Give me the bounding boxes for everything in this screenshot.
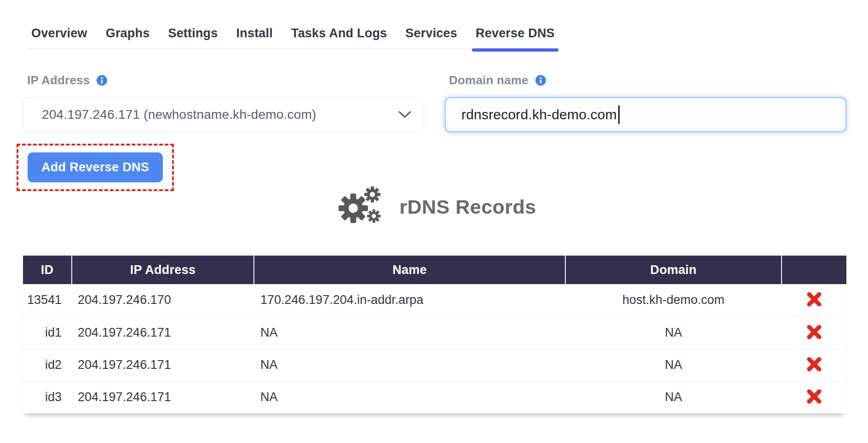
chevron-down-icon (398, 111, 412, 119)
tab-services[interactable]: Services (405, 26, 457, 41)
rdns-records-table: IDIP AddressNameDomain 13541 204.197.246… (23, 256, 846, 414)
table-row: id2 204.197.246.171 NA NA (23, 349, 846, 381)
cell-id: id3 (23, 381, 72, 413)
tab-settings[interactable]: Settings (168, 26, 218, 41)
red-x-icon (806, 292, 822, 307)
ip-address-selected-value: 204.197.246.171 (newhostname.kh-demo.com… (42, 107, 398, 122)
column-header-actions (782, 256, 846, 284)
ip-address-field: IP Address 204.197.246.171 (newhostname.… (23, 73, 424, 132)
domain-name-label: Domain name (449, 73, 529, 87)
add-button-row: Add Reverse DNS (23, 144, 846, 191)
delete-record-button[interactable] (804, 290, 825, 309)
delete-record-button[interactable] (804, 323, 825, 341)
cell-actions (782, 349, 846, 381)
red-x-icon (806, 357, 822, 372)
table-header-row: IDIP AddressNameDomain (23, 256, 846, 284)
table-body: 13541 204.197.246.170 170.246.197.204.in… (23, 284, 846, 413)
rdns-records-heading: rDNS Records (23, 185, 846, 229)
cell-domain: NA (565, 316, 782, 349)
domain-name-input-value: rdnsrecord.kh-demo.com (461, 107, 617, 122)
table-row: id3 204.197.246.171 NA NA (23, 381, 846, 413)
add-reverse-dns-button[interactable]: Add Reverse DNS (28, 152, 163, 182)
ip-address-select[interactable]: 204.197.246.171 (newhostname.kh-demo.com… (23, 97, 424, 132)
ip-address-label: IP Address (27, 73, 90, 87)
cell-id: id1 (23, 316, 72, 349)
cell-actions (782, 316, 846, 349)
red-dashed-annotation: Add Reverse DNS (17, 144, 174, 191)
tab-reverse-dns[interactable]: Reverse DNS (476, 26, 555, 41)
table-row: 13541 204.197.246.170 170.246.197.204.in… (23, 284, 846, 316)
gears-icon (333, 185, 389, 229)
cell-id: id2 (23, 349, 72, 381)
column-header-name: Name (254, 256, 565, 284)
cell-name: NA (254, 316, 565, 349)
ip-address-label-row: IP Address (27, 73, 424, 87)
text-cursor (618, 105, 620, 124)
delete-record-button[interactable] (804, 387, 825, 406)
table-row: id1 204.197.246.171 NA NA (23, 316, 846, 349)
info-icon[interactable] (96, 75, 108, 86)
cell-actions (782, 284, 846, 316)
cell-domain: host.kh-demo.com (565, 284, 782, 316)
cell-ip-address: 204.197.246.171 (72, 381, 254, 413)
cell-id: 13541 (23, 284, 72, 316)
cell-ip-address: 204.197.246.171 (72, 349, 254, 381)
tab-tasks-and-logs[interactable]: Tasks And Logs (291, 26, 387, 41)
domain-name-input[interactable]: rdnsrecord.kh-demo.com (445, 97, 846, 132)
domain-name-label-row: Domain name (449, 73, 846, 87)
tab-graphs[interactable]: Graphs (106, 26, 150, 41)
info-icon[interactable] (535, 75, 546, 86)
column-header-ip-address: IP Address (72, 256, 254, 284)
rdns-form: IP Address 204.197.246.171 (newhostname.… (23, 73, 846, 132)
domain-name-field: Domain name rdnsrecord.kh-demo.com (445, 73, 846, 132)
cell-name: NA (254, 349, 565, 381)
cell-domain: NA (565, 349, 782, 381)
cell-ip-address: 204.197.246.170 (72, 284, 254, 316)
red-x-icon (806, 325, 822, 339)
cell-ip-address: 204.197.246.171 (72, 316, 254, 349)
delete-record-button[interactable] (804, 355, 825, 373)
rdns-records-title: rDNS Records (399, 196, 536, 218)
cell-name: NA (254, 381, 565, 413)
tab-bar: OverviewGraphsSettingsInstallTasks And L… (27, 26, 559, 49)
cell-name: 170.246.197.204.in-addr.arpa (254, 284, 565, 316)
tab-install[interactable]: Install (236, 26, 273, 41)
column-header-id: ID (23, 256, 72, 284)
cell-actions (782, 381, 846, 413)
red-x-icon (806, 389, 822, 404)
reverse-dns-page: OverviewGraphsSettingsInstallTasks And L… (0, 26, 868, 443)
tab-overview[interactable]: Overview (31, 26, 87, 41)
tab-bar-row: OverviewGraphsSettingsInstallTasks And L… (23, 26, 846, 49)
rdns-records-table-wrap: IDIP AddressNameDomain 13541 204.197.246… (23, 256, 846, 414)
column-header-domain: Domain (565, 256, 782, 284)
cell-domain: NA (565, 381, 782, 413)
